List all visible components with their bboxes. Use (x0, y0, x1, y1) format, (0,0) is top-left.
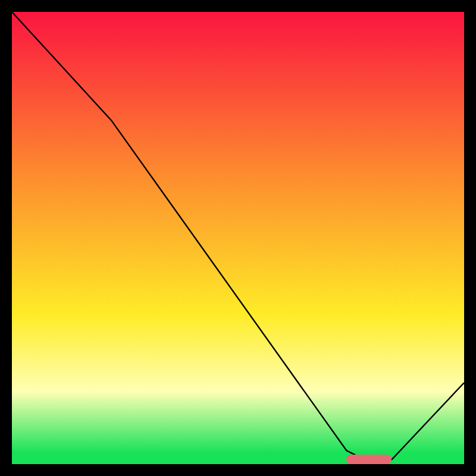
chart-frame: TheBottleneck.com (12, 12, 464, 464)
optimal-range-marker (346, 455, 392, 464)
gradient-background (12, 12, 464, 464)
bottleneck-chart (12, 12, 464, 464)
